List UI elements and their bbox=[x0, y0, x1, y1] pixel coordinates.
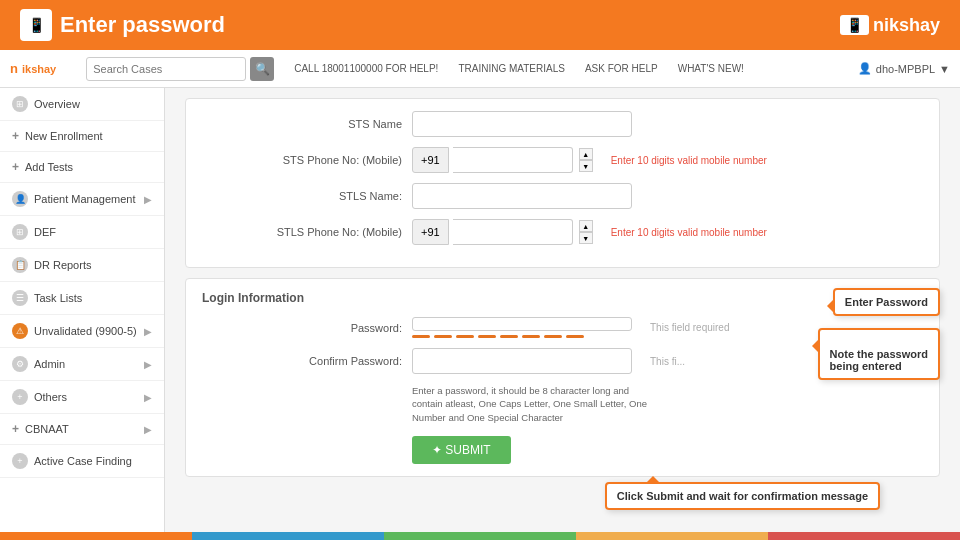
dot-5 bbox=[500, 335, 518, 338]
stls-phone-up[interactable]: ▲ bbox=[579, 220, 593, 232]
header-nikshay-logo: 📱 nikshay bbox=[840, 15, 940, 36]
bottom-segment-5 bbox=[768, 532, 960, 540]
sts-phone-prefix: +91 bbox=[412, 147, 449, 173]
main-layout: ⊞ Overview + New Enrollment + Add Tests … bbox=[0, 88, 960, 540]
user-dropdown-icon[interactable]: ▼ bbox=[939, 63, 950, 75]
sts-phone-input[interactable] bbox=[453, 147, 573, 173]
sts-phone-down[interactable]: ▼ bbox=[579, 160, 593, 172]
nav-logo-text: ikshay bbox=[22, 63, 56, 75]
nav-ask-help[interactable]: ASK FOR HELP bbox=[585, 63, 658, 74]
callout-enter-password: Enter Password bbox=[833, 288, 940, 316]
password-dots bbox=[412, 335, 632, 338]
stls-phone-error: Enter 10 digits valid mobile number bbox=[611, 227, 767, 238]
admin-icon: ⚙ bbox=[12, 356, 28, 372]
overview-icon: ⊞ bbox=[12, 96, 28, 112]
search-input[interactable] bbox=[86, 57, 246, 81]
sidebar-label-active-case-finding: Active Case Finding bbox=[34, 455, 132, 467]
sidebar-item-def[interactable]: ⊞ DEF bbox=[0, 216, 164, 249]
stls-phone-down[interactable]: ▼ bbox=[579, 232, 593, 244]
bottom-segment-2 bbox=[192, 532, 384, 540]
user-menu[interactable]: 👤 dho-MPBPL ▼ bbox=[858, 62, 950, 75]
password-note-text: Enter a password, it should be 8 charact… bbox=[412, 384, 662, 424]
stls-name-label: STLS Name: bbox=[202, 190, 402, 202]
sidebar-item-task-lists[interactable]: ☰ Task Lists bbox=[0, 282, 164, 315]
sts-name-row: STS Name bbox=[202, 111, 923, 137]
sidebar-label-tests: Add Tests bbox=[25, 161, 73, 173]
user-name: dho-MPBPL bbox=[876, 63, 935, 75]
header-title: Enter password bbox=[60, 12, 225, 38]
submit-button[interactable]: ✦ SUBMIT bbox=[412, 436, 511, 464]
sidebar-item-others[interactable]: + Others ▶ bbox=[0, 381, 164, 414]
nav-whats-new[interactable]: WHAT'S NEW! bbox=[678, 63, 744, 74]
sts-phone-label: STS Phone No: (Mobile) bbox=[202, 154, 402, 166]
search-box: 🔍 bbox=[86, 57, 274, 81]
header-logo-icon: 📱 bbox=[20, 9, 52, 41]
callout-click-submit: Click Submit and wait for confirmation m… bbox=[605, 482, 880, 510]
sidebar-item-overview[interactable]: ⊞ Overview bbox=[0, 88, 164, 121]
sidebar-item-patient-management[interactable]: 👤 Patient Management ▶ bbox=[0, 183, 164, 216]
dot-1 bbox=[412, 335, 430, 338]
submit-area: ✦ SUBMIT bbox=[412, 436, 923, 464]
sidebar: ⊞ Overview + New Enrollment + Add Tests … bbox=[0, 88, 165, 540]
sidebar-label-enrollment: New Enrollment bbox=[25, 130, 103, 142]
case-finding-icon: + bbox=[12, 453, 28, 469]
bottom-color-bar bbox=[0, 532, 960, 540]
unvalidated-icon: ⚠ bbox=[12, 323, 28, 339]
nav-logo: n ikshay bbox=[10, 61, 56, 76]
bottom-segment-1 bbox=[0, 532, 192, 540]
stls-phone-group: +91 ▲ ▼ bbox=[412, 219, 593, 245]
password-label: Password: bbox=[202, 322, 402, 334]
dot-6 bbox=[522, 335, 540, 338]
plus-icon-tests: + bbox=[12, 160, 19, 174]
sidebar-item-new-enrollment[interactable]: + New Enrollment bbox=[0, 121, 164, 152]
sidebar-item-admin[interactable]: ⚙ Admin ▶ bbox=[0, 348, 164, 381]
stls-name-input[interactable] bbox=[412, 183, 632, 209]
def-icon: ⊞ bbox=[12, 224, 28, 240]
chevron-right-icon: ▶ bbox=[144, 194, 152, 205]
sidebar-label-overview: Overview bbox=[34, 98, 80, 110]
dot-2 bbox=[434, 335, 452, 338]
sidebar-label-task-lists: Task Lists bbox=[34, 292, 82, 304]
navigation-bar: n ikshay 🔍 CALL 18001100000 FOR HELP! TR… bbox=[0, 50, 960, 88]
confirm-password-label: Confirm Password: bbox=[202, 355, 402, 367]
sts-phone-row: STS Phone No: (Mobile) +91 ▲ ▼ Enter 10 … bbox=[202, 147, 923, 173]
sts-phone-up[interactable]: ▲ bbox=[579, 148, 593, 160]
others-icon: + bbox=[12, 389, 28, 405]
confirm-password-input[interactable] bbox=[412, 348, 632, 374]
sidebar-item-dr-reports[interactable]: 📋 DR Reports bbox=[0, 249, 164, 282]
sidebar-item-cbnaat[interactable]: + CBNAAT ▶ bbox=[0, 414, 164, 445]
sidebar-item-add-tests[interactable]: + Add Tests bbox=[0, 152, 164, 183]
sts-phone-group: +91 ▲ ▼ bbox=[412, 147, 593, 173]
login-section-title: Login Information bbox=[202, 291, 923, 305]
password-row: Password: This field required bbox=[202, 317, 923, 338]
sts-name-input[interactable] bbox=[412, 111, 632, 137]
chevron-right-icon-2: ▶ bbox=[144, 326, 152, 337]
content-area: STS Name STS Phone No: (Mobile) +91 ▲ ▼ … bbox=[165, 88, 960, 540]
dr-reports-icon: 📋 bbox=[12, 257, 28, 273]
plus-icon-cbnaat: + bbox=[12, 422, 19, 436]
chevron-right-icon-5: ▶ bbox=[144, 424, 152, 435]
search-button[interactable]: 🔍 bbox=[250, 57, 274, 81]
stls-phone-spinner: ▲ ▼ bbox=[579, 220, 593, 244]
chevron-right-icon-3: ▶ bbox=[144, 359, 152, 370]
plus-icon-enrollment: + bbox=[12, 129, 19, 143]
sidebar-label-dr-reports: DR Reports bbox=[34, 259, 91, 271]
patient-mgmt-icon: 👤 bbox=[12, 191, 28, 207]
sts-phone-spinner: ▲ ▼ bbox=[579, 148, 593, 172]
sidebar-label-others: Others bbox=[34, 391, 67, 403]
stls-name-row: STLS Name: bbox=[202, 183, 923, 209]
confirm-password-hint: This fi... bbox=[650, 356, 685, 367]
nav-call-help[interactable]: CALL 18001100000 FOR HELP! bbox=[294, 63, 438, 74]
sidebar-label-patient-mgmt: Patient Management bbox=[34, 193, 136, 205]
stls-phone-label: STLS Phone No: (Mobile) bbox=[202, 226, 402, 238]
sidebar-label-unvalidated: Unvalidated (9900-5) bbox=[34, 325, 137, 337]
sidebar-item-unvalidated[interactable]: ⚠ Unvalidated (9900-5) ▶ bbox=[0, 315, 164, 348]
password-input[interactable] bbox=[412, 317, 632, 331]
dot-7 bbox=[544, 335, 562, 338]
sts-stls-section: STS Name STS Phone No: (Mobile) +91 ▲ ▼ … bbox=[185, 98, 940, 268]
password-hint: This field required bbox=[650, 322, 729, 333]
sidebar-item-active-case-finding[interactable]: + Active Case Finding bbox=[0, 445, 164, 478]
stls-phone-input[interactable] bbox=[453, 219, 573, 245]
nav-training[interactable]: TRAINING MATERIALS bbox=[458, 63, 565, 74]
stls-phone-prefix: +91 bbox=[412, 219, 449, 245]
